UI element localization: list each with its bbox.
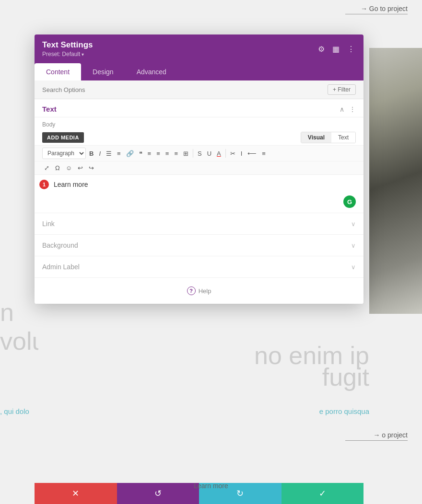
italic-button[interactable]: I (97, 149, 103, 159)
go-to-project-link-top[interactable]: → Go to project (361, 5, 408, 12)
bg-link-left[interactable]: , qui dolo (0, 407, 38, 415)
paragraph-select[interactable]: Paragraph (42, 148, 86, 159)
go-to-project-underline-top (345, 14, 408, 14)
search-input[interactable] (42, 86, 328, 93)
text-section-title: Text (42, 105, 57, 113)
visual-text-tabs: Visual Text (301, 132, 356, 143)
visual-tab[interactable]: Visual (301, 132, 331, 143)
link-section-title: Link (42, 220, 55, 228)
help-icon: ? (187, 286, 196, 295)
section-header-controls: ∧ ⋮ (340, 105, 356, 113)
photo-image (369, 48, 422, 314)
go-to-project-underline-bottom (345, 440, 408, 441)
undo-button[interactable]: ↺ (117, 483, 199, 504)
columns-icon-button[interactable]: ▦ (331, 44, 340, 55)
copy-paste-button[interactable]: ✂ (228, 149, 237, 159)
background-section-title: Background (42, 241, 78, 249)
text-color-button[interactable]: A (215, 149, 223, 159)
tab-design[interactable]: Design (81, 63, 125, 80)
learn-more-bottom: Learn more (194, 482, 228, 490)
editor-toolbar: ADD MEDIA Visual Text (35, 130, 363, 145)
bg-text-left-1: n volu (0, 298, 38, 355)
outdent-button[interactable]: ⟵ (246, 149, 258, 159)
special-chars-button[interactable]: Ω (53, 163, 62, 173)
align-left-button[interactable]: ≡ (146, 149, 153, 159)
background-section-chevron-icon: ∨ (351, 242, 356, 249)
fullscreen-button[interactable]: ⤢ (42, 163, 51, 173)
toolbar-separator-2 (225, 149, 226, 158)
ordered-list-button[interactable]: ≡ (115, 149, 123, 159)
help-section: ? Help (35, 278, 363, 304)
section-more-icon[interactable]: ⋮ (349, 105, 356, 113)
link-section-chevron-icon: ∨ (351, 220, 356, 228)
link-button[interactable]: 🔗 (124, 149, 136, 159)
settings-icon-button[interactable]: ⚙ (317, 44, 326, 55)
modal-preset-label: Preset: Default (42, 51, 80, 57)
link-section[interactable]: Link ∨ (35, 213, 363, 235)
go-to-project-link-bottom[interactable]: → o project (373, 431, 408, 439)
go-to-project-bottom: → o project (345, 431, 408, 441)
modal-search-bar: + Filter (35, 80, 363, 99)
format-toolbar: Paragraph B I ☰ ≡ 🔗 ❝ ≡ ≡ ≡ ≡ ⊞ S U A ✂ … (35, 145, 363, 161)
align-justify-button[interactable]: ≡ (172, 149, 180, 159)
modal-panel: Text Settings Preset: Default ▾ ⚙ ▦ ⋮ Co… (35, 34, 363, 304)
toolbar-separator (193, 149, 193, 158)
strikethrough-button[interactable]: S (196, 149, 204, 159)
modal-body: Text ∧ ⋮ Body ADD MEDIA Visual Text Para… (35, 99, 363, 304)
more-format-button[interactable]: ≡ (260, 149, 268, 159)
section-collapse-icon[interactable]: ∧ (340, 105, 344, 113)
undo-editor-button[interactable]: ↩ (76, 163, 85, 173)
photo-right (369, 48, 422, 314)
tab-content[interactable]: Content (35, 63, 81, 80)
modal-preset-dropdown-icon[interactable]: ▾ (82, 52, 84, 57)
go-to-project-top: → Go to project (345, 5, 408, 14)
modal-header: Text Settings Preset: Default ▾ ⚙ ▦ ⋮ (35, 34, 363, 63)
grammarly-icon: G (343, 195, 356, 208)
redo-editor-button[interactable]: ↪ (87, 163, 96, 173)
editor-area[interactable]: 1 Learn more G (35, 175, 363, 213)
emoji-button[interactable]: ☺ (64, 163, 74, 173)
blockquote-button[interactable]: ❝ (137, 149, 144, 159)
body-label: Body (35, 117, 363, 130)
background-section[interactable]: Background ∨ (35, 235, 363, 256)
modal-header-right: ⚙ ▦ ⋮ (317, 44, 356, 55)
align-right-button[interactable]: ≡ (164, 149, 171, 159)
bg-link-right[interactable]: e porro quisqua (319, 407, 369, 415)
admin-label-chevron-icon: ∨ (351, 263, 356, 271)
cancel-button[interactable]: ✕ (35, 483, 117, 504)
more-options-button[interactable]: ⋮ (346, 44, 356, 55)
filter-button[interactable]: + Filter (328, 84, 356, 95)
extra-toolbar: ⤢ Ω ☺ ↩ ↪ (35, 161, 363, 175)
bg-text-right-2: fugit (322, 363, 369, 391)
bold-button[interactable]: B (87, 149, 95, 159)
tab-advanced[interactable]: Advanced (125, 63, 178, 80)
align-center-button[interactable]: ≡ (154, 149, 162, 159)
unordered-list-button[interactable]: ☰ (104, 149, 114, 159)
modal-header-left: Text Settings Preset: Default ▾ (42, 40, 93, 57)
indent-button[interactable]: I (239, 149, 245, 159)
text-tab[interactable]: Text (331, 132, 355, 143)
underline-button[interactable]: U (205, 149, 213, 159)
modal-tabs: Content Design Advanced (35, 63, 363, 80)
editor-content[interactable]: Learn more (54, 181, 356, 188)
save-button[interactable]: ✓ (281, 483, 364, 504)
editor-badge: 1 (39, 180, 49, 189)
help-label[interactable]: Help (199, 287, 211, 295)
table-button[interactable]: ⊞ (181, 149, 190, 159)
modal-preset: Preset: Default ▾ (42, 51, 93, 57)
admin-label-section-title: Admin Label (42, 263, 80, 271)
add-media-button[interactable]: ADD MEDIA (42, 132, 84, 143)
text-section-header: Text ∧ ⋮ (35, 99, 363, 117)
modal-title: Text Settings (42, 40, 93, 50)
admin-label-section[interactable]: Admin Label ∨ (35, 256, 363, 278)
